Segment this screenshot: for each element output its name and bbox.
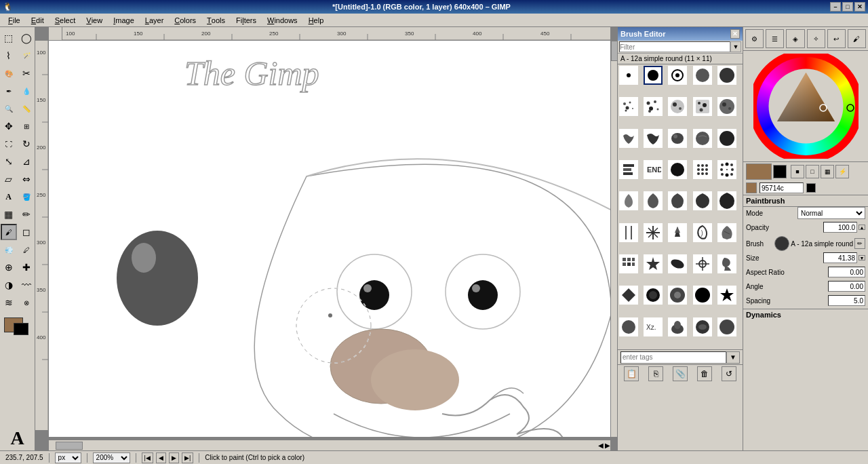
smudge-tool[interactable]: 〰	[18, 277, 35, 293]
brush-cell[interactable]	[668, 97, 687, 116]
drawing-canvas[interactable]: The Gimp	[49, 41, 610, 437]
brush-refresh-btn[interactable]: ↺	[722, 366, 736, 381]
paths-panel-icon[interactable]: ⟡	[807, 29, 825, 48]
brush-cell-active[interactable]	[644, 66, 663, 85]
mode-dropdown[interactable]: Normal Dissolve Multiply Screen	[797, 207, 865, 219]
unit-selector[interactable]: px mm in	[55, 452, 81, 463]
nav-right-arrow[interactable]: ▶	[605, 442, 610, 449]
brush-cell[interactable]	[644, 254, 663, 273]
channels-icon[interactable]: ◈	[786, 29, 804, 48]
brush-cell[interactable]	[668, 223, 687, 242]
shear-tool[interactable]: ⊿	[18, 153, 35, 170]
brush-cell[interactable]	[668, 129, 687, 148]
vertical-scrollbar[interactable]	[610, 41, 617, 437]
brush-cell[interactable]	[619, 129, 638, 148]
brush-cell[interactable]	[668, 317, 687, 336]
foreground-color-small[interactable]	[746, 182, 757, 193]
free-select-tool[interactable]: ⌇	[1, 47, 17, 64]
by-color-tool[interactable]: 🎨	[1, 65, 17, 81]
opacity-spinner-up[interactable]: ▲	[859, 225, 865, 230]
brush-cell[interactable]	[693, 160, 712, 179]
pencil-tool[interactable]: ✏	[18, 206, 35, 223]
brush-cell[interactable]	[619, 317, 638, 336]
zoom-tool[interactable]: 🔍	[1, 100, 17, 117]
swatch-btn-1[interactable]: ■	[791, 165, 804, 178]
brush-cell[interactable]	[644, 286, 663, 305]
rotate-tool[interactable]: ↻	[18, 136, 35, 152]
brush-cell[interactable]	[619, 191, 638, 210]
bucket-fill-tool[interactable]: 🪣	[18, 189, 35, 205]
close-button[interactable]: ✕	[854, 2, 865, 12]
brush-cell[interactable]	[619, 97, 638, 116]
aspect-ratio-input[interactable]	[828, 267, 865, 277]
color-picker-tool[interactable]: 💧	[18, 83, 35, 99]
brush-cell[interactable]	[693, 191, 712, 210]
brush-edit-btn[interactable]: ✏	[854, 238, 865, 249]
clone-tool[interactable]: ⊕	[1, 259, 17, 275]
brush-cell[interactable]	[693, 254, 712, 273]
scale-tool[interactable]: ⤡	[1, 153, 17, 170]
color-wheel-container[interactable]	[743, 51, 868, 161]
brush-cell[interactable]	[644, 97, 663, 116]
brush-cell[interactable]	[619, 223, 638, 242]
airbrush-tool[interactable]: 💨	[1, 241, 17, 258]
brush-filter-input[interactable]	[619, 41, 730, 52]
brush-cell[interactable]	[717, 66, 736, 85]
dodge-burn-tool[interactable]: ◑	[1, 277, 17, 293]
size-spinner[interactable]: ▼	[859, 255, 865, 260]
brush-copy-btn[interactable]: ⎘	[648, 366, 663, 381]
ellipse-select-tool[interactable]: ◯	[18, 30, 35, 46]
foreground-swatch[interactable]	[746, 163, 772, 180]
zoom-selector[interactable]: 200% 100% 50%	[93, 452, 130, 463]
menu-tools[interactable]: Tools	[201, 14, 231, 27]
move-tool[interactable]: ✥	[1, 118, 17, 134]
background-color[interactable]	[14, 323, 28, 335]
brush-cell[interactable]	[644, 129, 663, 148]
crop-tool[interactable]: ⛶	[1, 136, 17, 152]
maximize-button[interactable]: □	[842, 2, 853, 12]
brush-cell[interactable]	[717, 129, 736, 148]
swatch-btn-4[interactable]: ⚡	[835, 165, 849, 178]
eraser-tool[interactable]: ◻	[18, 224, 35, 240]
menu-view[interactable]: View	[81, 14, 108, 27]
scissors-tool[interactable]: ✂	[18, 65, 35, 81]
nav-left-arrow[interactable]: ◀	[598, 442, 604, 449]
clone2-tool[interactable]: ⊗	[18, 294, 35, 311]
brush-paste-btn[interactable]: 📎	[673, 366, 688, 381]
brush-cell[interactable]	[717, 191, 736, 210]
brush-cell[interactable]	[717, 97, 736, 116]
undo-history-icon[interactable]: ↩	[827, 29, 846, 48]
text-tool[interactable]: A	[1, 189, 17, 205]
brush-cell[interactable]	[693, 129, 712, 148]
nav-prev-btn[interactable]: ◀	[156, 452, 166, 463]
measure-tool[interactable]: 📏	[18, 100, 35, 117]
brush-cell[interactable]	[619, 254, 638, 273]
brush-cell[interactable]	[717, 254, 736, 273]
vscroll-thumb[interactable]	[611, 41, 617, 61]
tool-options-icon[interactable]: ⚙	[745, 29, 764, 48]
rectangle-select-tool[interactable]: ⬚	[1, 30, 17, 46]
brush-delete-btn[interactable]: 🗑	[697, 366, 712, 381]
brush-cell[interactable]	[668, 191, 687, 210]
hex-input[interactable]	[760, 182, 804, 193]
brush-cell[interactable]	[619, 286, 638, 305]
minimize-button[interactable]: –	[830, 2, 841, 12]
background-swatch[interactable]	[773, 165, 787, 178]
tag-dropdown-btn[interactable]: ▼	[726, 351, 740, 364]
menu-help[interactable]: Help	[303, 14, 330, 27]
brush-new-btn[interactable]: 📋	[624, 366, 639, 381]
tag-input[interactable]	[620, 351, 726, 364]
brush-cell[interactable]	[717, 317, 736, 336]
canvas-wrapper[interactable]: The Gimp	[49, 41, 610, 437]
opacity-input[interactable]	[823, 222, 857, 233]
brush-cell[interactable]	[693, 66, 712, 85]
brush-cell[interactable]	[644, 223, 663, 242]
paintbrush-tool[interactable]: 🖌	[1, 224, 17, 240]
horizontal-scrollbar[interactable]: ◀ ▶	[49, 440, 610, 450]
menu-filters[interactable]: Filters	[231, 14, 262, 27]
background-color-small[interactable]	[806, 183, 816, 193]
brush-cell[interactable]	[668, 66, 687, 85]
brush-filter-dropdown[interactable]: ▼	[730, 41, 741, 52]
paths-tool[interactable]: ✒	[1, 83, 17, 99]
menu-edit[interactable]: Edit	[26, 14, 50, 27]
